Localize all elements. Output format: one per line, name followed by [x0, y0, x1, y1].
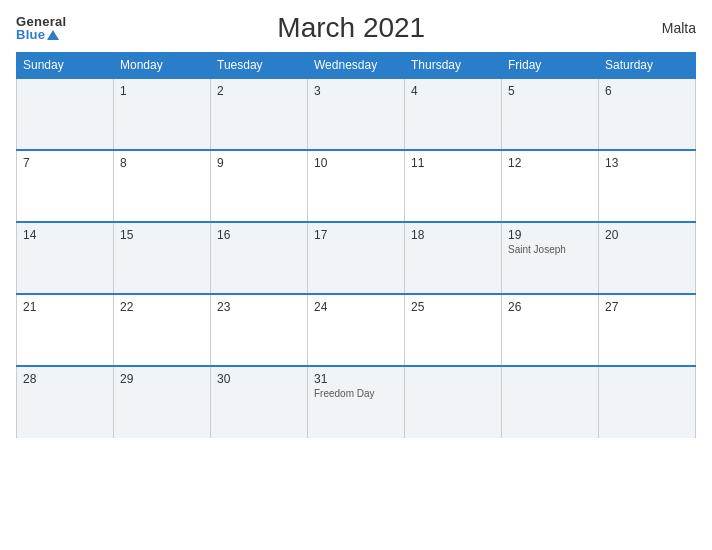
calendar-title: March 2021	[67, 12, 636, 44]
calendar-week-row: 28293031Freedom Day	[17, 366, 696, 438]
weekday-header-row: Sunday Monday Tuesday Wednesday Thursday…	[17, 53, 696, 79]
day-number: 6	[605, 84, 689, 98]
logo-blue-text: Blue	[16, 28, 45, 41]
calendar-cell: 6	[599, 78, 696, 150]
calendar-cell: 26	[502, 294, 599, 366]
day-number: 17	[314, 228, 398, 242]
day-number: 15	[120, 228, 204, 242]
calendar-cell: 30	[211, 366, 308, 438]
calendar-cell: 10	[308, 150, 405, 222]
calendar-cell	[405, 366, 502, 438]
day-number: 9	[217, 156, 301, 170]
day-number: 5	[508, 84, 592, 98]
calendar-table: Sunday Monday Tuesday Wednesday Thursday…	[16, 52, 696, 438]
calendar-cell: 12	[502, 150, 599, 222]
event-label: Saint Joseph	[508, 244, 592, 255]
day-number: 28	[23, 372, 107, 386]
day-number: 7	[23, 156, 107, 170]
calendar-cell: 2	[211, 78, 308, 150]
calendar-cell: 7	[17, 150, 114, 222]
day-number: 24	[314, 300, 398, 314]
calendar-cell: 23	[211, 294, 308, 366]
day-number: 8	[120, 156, 204, 170]
day-number: 27	[605, 300, 689, 314]
day-number: 18	[411, 228, 495, 242]
header-sunday: Sunday	[17, 53, 114, 79]
header-thursday: Thursday	[405, 53, 502, 79]
calendar-cell: 4	[405, 78, 502, 150]
header-tuesday: Tuesday	[211, 53, 308, 79]
day-number: 3	[314, 84, 398, 98]
calendar-cell: 5	[502, 78, 599, 150]
country-label: Malta	[636, 20, 696, 36]
calendar-cell: 1	[114, 78, 211, 150]
calendar-cell	[502, 366, 599, 438]
calendar-week-row: 123456	[17, 78, 696, 150]
calendar-cell: 11	[405, 150, 502, 222]
header-wednesday: Wednesday	[308, 53, 405, 79]
day-number: 25	[411, 300, 495, 314]
calendar-cell	[17, 78, 114, 150]
calendar-cell: 28	[17, 366, 114, 438]
calendar-cell: 18	[405, 222, 502, 294]
calendar-week-row: 141516171819Saint Joseph20	[17, 222, 696, 294]
calendar-cell: 31Freedom Day	[308, 366, 405, 438]
calendar-week-row: 78910111213	[17, 150, 696, 222]
day-number: 14	[23, 228, 107, 242]
day-number: 1	[120, 84, 204, 98]
logo-triangle-icon	[47, 30, 59, 40]
day-number: 21	[23, 300, 107, 314]
calendar-cell: 25	[405, 294, 502, 366]
calendar-cell: 29	[114, 366, 211, 438]
day-number: 20	[605, 228, 689, 242]
day-number: 29	[120, 372, 204, 386]
calendar-page: General Blue March 2021 Malta Sunday Mon…	[0, 0, 712, 550]
header: General Blue March 2021 Malta	[16, 12, 696, 44]
day-number: 2	[217, 84, 301, 98]
day-number: 30	[217, 372, 301, 386]
calendar-cell: 9	[211, 150, 308, 222]
event-label: Freedom Day	[314, 388, 398, 399]
calendar-cell: 17	[308, 222, 405, 294]
day-number: 31	[314, 372, 398, 386]
calendar-cell: 16	[211, 222, 308, 294]
calendar-cell: 22	[114, 294, 211, 366]
day-number: 23	[217, 300, 301, 314]
calendar-cell: 15	[114, 222, 211, 294]
day-number: 11	[411, 156, 495, 170]
day-number: 22	[120, 300, 204, 314]
calendar-cell: 3	[308, 78, 405, 150]
day-number: 4	[411, 84, 495, 98]
calendar-cell: 20	[599, 222, 696, 294]
calendar-week-row: 21222324252627	[17, 294, 696, 366]
day-number: 13	[605, 156, 689, 170]
calendar-cell: 27	[599, 294, 696, 366]
calendar-cell: 14	[17, 222, 114, 294]
day-number: 16	[217, 228, 301, 242]
day-number: 12	[508, 156, 592, 170]
calendar-cell: 13	[599, 150, 696, 222]
calendar-cell: 21	[17, 294, 114, 366]
header-saturday: Saturday	[599, 53, 696, 79]
calendar-cell: 24	[308, 294, 405, 366]
day-number: 26	[508, 300, 592, 314]
day-number: 10	[314, 156, 398, 170]
logo: General Blue	[16, 15, 67, 41]
header-monday: Monday	[114, 53, 211, 79]
day-number: 19	[508, 228, 592, 242]
calendar-cell: 8	[114, 150, 211, 222]
calendar-cell	[599, 366, 696, 438]
calendar-cell: 19Saint Joseph	[502, 222, 599, 294]
header-friday: Friday	[502, 53, 599, 79]
